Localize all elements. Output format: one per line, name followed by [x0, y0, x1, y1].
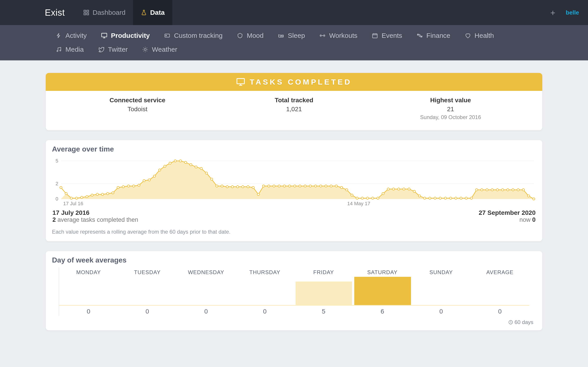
svg-point-53 — [221, 185, 223, 187]
dow-col-monday: MONDAY0 — [59, 267, 118, 315]
dow-bar-area — [412, 276, 471, 305]
svg-point-51 — [210, 178, 213, 180]
metric-header: TASKS COMPLETED — [46, 73, 542, 91]
dow-head: SATURDAY — [353, 267, 412, 276]
svg-rect-4 — [102, 33, 107, 37]
svg-point-108 — [507, 189, 509, 191]
svg-point-112 — [527, 195, 530, 197]
chart-meta: 17 July 2016 2 average tasks completed t… — [52, 209, 536, 223]
svg-point-113 — [533, 198, 535, 200]
subnav-label-mood: Mood — [247, 32, 264, 39]
svg-point-56 — [236, 186, 239, 188]
dow-val: 0 — [235, 306, 294, 315]
activity-icon — [56, 33, 62, 39]
svg-point-101 — [470, 197, 473, 199]
svg-point-65 — [283, 185, 285, 187]
svg-point-31 — [107, 192, 109, 195]
svg-text:17 Jul 16: 17 Jul 16 — [63, 201, 83, 206]
dow-bar — [295, 282, 352, 305]
stat-highest: Highest value 21 Sunday, 09 October 2016 — [372, 97, 529, 120]
subnav-item-sleep[interactable]: Sleep — [276, 30, 307, 42]
svg-point-92 — [424, 197, 426, 199]
dow-bar-area — [59, 276, 118, 305]
svg-point-30 — [101, 193, 104, 196]
svg-point-37 — [138, 184, 140, 186]
svg-point-75 — [335, 185, 337, 187]
svg-point-86 — [392, 188, 395, 190]
subnav-label-custom: Custom tracking — [174, 32, 223, 39]
svg-point-103 — [481, 189, 483, 191]
dow-bar-area — [235, 276, 294, 305]
svg-point-80 — [361, 197, 363, 199]
username-link[interactable]: belle — [566, 9, 579, 16]
subnav-item-events[interactable]: Events — [370, 30, 404, 42]
dow-col-wednesday: WEDNESDAY0 — [177, 267, 235, 315]
topbar-right: ＋ belle — [549, 7, 579, 18]
line-chart-svg: 02517 Jul 1614 May 17 — [52, 156, 536, 208]
monitor-icon — [236, 77, 245, 86]
dow-head: MONDAY — [59, 267, 118, 276]
subnav-item-activity[interactable]: Activity — [54, 30, 88, 42]
add-button[interactable]: ＋ — [549, 7, 557, 18]
subnav-item-mood[interactable]: Mood — [235, 30, 265, 42]
svg-point-35 — [127, 185, 130, 187]
dow-col-friday: FRIDAY5 — [294, 267, 353, 315]
svg-point-14 — [144, 48, 146, 50]
svg-point-64 — [278, 185, 280, 187]
subnav-label-weather: Weather — [152, 46, 177, 53]
subnav-item-finance[interactable]: Finance — [415, 30, 452, 42]
svg-point-50 — [205, 172, 208, 174]
svg-point-110 — [517, 189, 519, 191]
svg-point-100 — [465, 197, 467, 199]
svg-point-26 — [81, 196, 83, 199]
dow-col-sunday: SUNDAY0 — [412, 267, 471, 315]
stat-connected-label: Connected service — [59, 97, 216, 104]
subnav-label-health: Health — [475, 32, 494, 39]
avg-over-time-card: Average over time 02517 Jul 1614 May 17 … — [46, 140, 542, 241]
subnav-label-activity: Activity — [65, 32, 87, 39]
subnav-item-custom[interactable]: Custom tracking — [162, 30, 224, 42]
nav-dashboard[interactable]: Dashboard — [76, 0, 133, 25]
subnav-label-productivity: Productivity — [111, 32, 150, 39]
svg-rect-15 — [237, 79, 244, 84]
brand-logo[interactable]: Exist — [0, 8, 76, 18]
dow-val: 6 — [353, 306, 412, 315]
clock-icon — [508, 320, 513, 325]
svg-point-105 — [491, 189, 493, 191]
dow-col-average: AVERAGE0 — [471, 267, 529, 315]
chart-end-val: now 0 — [479, 217, 536, 223]
dow-grid: MONDAY0TUESDAY0WEDNESDAY0THURSDAY0FRIDAY… — [59, 267, 529, 316]
subnav-item-health[interactable]: Health — [463, 30, 496, 42]
subnav-item-twitter[interactable]: Twitter — [96, 43, 130, 56]
chart-area[interactable]: 02517 Jul 1614 May 17 — [52, 156, 536, 208]
subnav-item-productivity[interactable]: Productivity — [99, 30, 151, 42]
subnav-item-media[interactable]: Media — [54, 43, 86, 56]
svg-point-94 — [434, 197, 436, 199]
svg-point-45 — [179, 160, 182, 162]
stat-highest-label: Highest value — [372, 97, 529, 104]
svg-rect-1 — [87, 10, 89, 12]
flask-icon — [141, 9, 147, 16]
svg-point-107 — [502, 189, 504, 191]
svg-rect-7 — [282, 35, 284, 36]
subnav-item-weather[interactable]: Weather — [140, 43, 179, 56]
svg-point-22 — [60, 186, 62, 189]
dow-val: 0 — [177, 306, 235, 315]
dow-head: WEDNESDAY — [177, 267, 235, 276]
nav-data[interactable]: Data — [133, 0, 172, 25]
chart-end-date: 27 September 2020 — [479, 209, 536, 217]
svg-point-81 — [366, 197, 369, 199]
svg-rect-8 — [373, 34, 377, 38]
subnav-label-media: Media — [65, 46, 84, 53]
sub-nav: ActivityProductivityCustom trackingMoodS… — [0, 25, 588, 60]
svg-point-62 — [268, 185, 270, 187]
dow-foot: 60 days — [52, 319, 536, 325]
svg-point-29 — [96, 193, 98, 196]
svg-point-39 — [148, 179, 150, 181]
dow-head: AVERAGE — [471, 267, 529, 276]
content-area: TASKS COMPLETED Connected service Todois… — [0, 60, 588, 354]
dow-col-thursday: THURSDAY0 — [235, 267, 294, 315]
chart-footnote: Each value represents a rolling average … — [52, 229, 536, 235]
svg-point-87 — [398, 188, 400, 190]
subnav-item-workouts[interactable]: Workouts — [318, 30, 359, 42]
